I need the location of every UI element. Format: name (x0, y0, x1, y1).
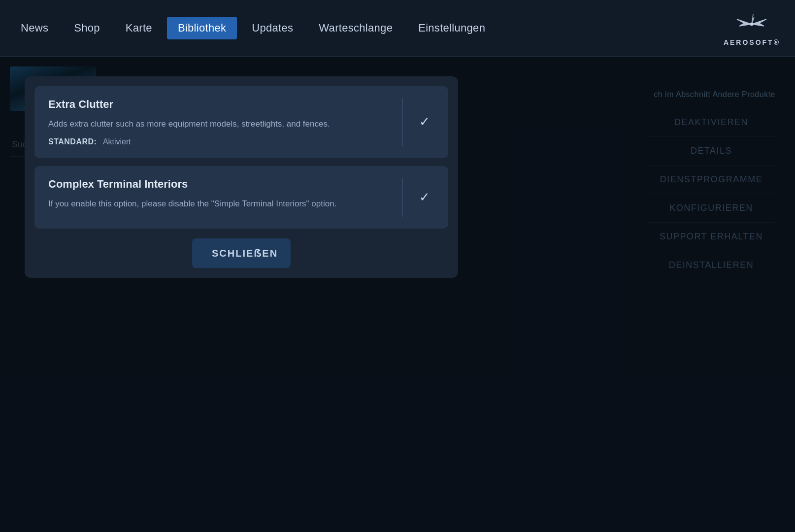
extra-clutter-card: Extra Clutter Adds extra clutter such as… (34, 86, 448, 158)
nav-item-shop[interactable]: Shop (63, 17, 111, 39)
nav-bar: News Shop Karte Bibliothek Updates Warte… (0, 0, 795, 57)
extra-clutter-description: Adds extra clutter such as more equipmen… (48, 118, 377, 131)
complex-terminal-checkbox[interactable]: ✓ (415, 178, 434, 217)
close-button[interactable]: SCHLIEẞEN (192, 238, 291, 268)
complex-terminal-content: Complex Terminal Interiors If you enable… (48, 178, 391, 217)
nav-items: News Shop Karte Bibliothek Updates Warte… (10, 17, 724, 39)
svg-point-0 (751, 23, 753, 25)
extra-clutter-checkbox[interactable]: ✓ (415, 98, 434, 146)
standard-value: Aktiviert (103, 137, 131, 146)
nav-item-einstellungen[interactable]: Einstellungen (407, 17, 496, 39)
complex-terminal-card: Complex Terminal Interiors If you enable… (34, 166, 448, 229)
main-content: ch im Abschnitt Andere Produkte DEAKTIVI… (0, 57, 795, 532)
complex-terminal-title: Complex Terminal Interiors (48, 178, 377, 191)
nav-item-updates[interactable]: Updates (241, 17, 304, 39)
nav-item-news[interactable]: News (10, 17, 59, 39)
extra-clutter-standard: STANDARD: Aktiviert (48, 137, 377, 146)
aerosoft-logo-icon (729, 10, 774, 37)
extra-clutter-content: Extra Clutter Adds extra clutter such as… (48, 98, 391, 146)
extra-clutter-title: Extra Clutter (48, 98, 377, 111)
logo-area: AEROSOFT® (724, 10, 785, 46)
standard-label: STANDARD: (48, 137, 97, 146)
nav-item-bibliothek[interactable]: Bibliothek (167, 17, 237, 39)
complex-terminal-description: If you enable this option, please disabl… (48, 198, 377, 210)
card-divider-1 (402, 98, 403, 146)
nav-item-karte[interactable]: Karte (115, 17, 163, 39)
nav-item-warteschlange[interactable]: Warteschlange (308, 17, 403, 39)
logo-text: AEROSOFT® (724, 38, 780, 46)
card-divider-2 (402, 178, 403, 217)
configuration-modal: Extra Clutter Adds extra clutter such as… (25, 76, 458, 278)
